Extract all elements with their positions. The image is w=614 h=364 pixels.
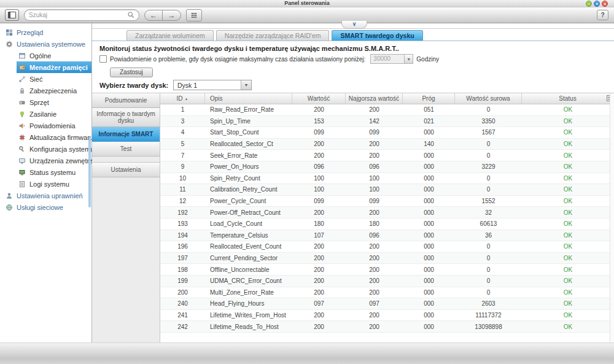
notify-checkbox[interactable] — [99, 55, 107, 63]
subtab-informacje-o-twardym-dysku[interactable]: Informacje o twardym dysku — [92, 108, 160, 127]
sidebar-item-konfiguracja-systemu[interactable]: Konfiguracja systemu — [0, 143, 91, 155]
help-button[interactable]: ? — [597, 10, 608, 20]
sidebar-item-uslugi-sieciowe[interactable]: Usługi sieciowe — [0, 201, 91, 213]
cell-status: OK — [522, 289, 614, 296]
table-row[interactable]: 3Spin_Up_Time1531420213350OK — [160, 116, 614, 128]
table-row[interactable]: 5Reallocated_Sector_Ct2002001400OK — [160, 139, 614, 150]
sidebar-item-menadzer-pamieci[interactable]: Menadżer pamięci — [17, 61, 91, 73]
cell-id: 12 — [160, 198, 205, 204]
forward-button[interactable]: → — [163, 10, 181, 21]
table-row[interactable]: 193Load_Cycle_Count18018000060613OK — [160, 219, 614, 230]
tab-smart-twardego-dysku[interactable]: SMART twardego dysku — [332, 30, 422, 41]
sidebar-item-powiadomienia[interactable]: Powiadomienia — [0, 120, 91, 131]
cell-status: OK — [522, 198, 614, 204]
tab-zarzadzanie-woluminem[interactable]: Zarządzanie woluminem — [126, 30, 214, 41]
disk-select[interactable]: Dysk 1 ▼ — [173, 80, 252, 90]
cell-id: 199 — [160, 277, 205, 284]
apply-button[interactable]: Zastosuj — [110, 68, 153, 77]
table-row[interactable]: 198Offline_Uncorrectable2002000000OK — [160, 264, 614, 276]
tab-narzedzie-raid[interactable]: Narzędzie zarządzające RAID'em — [216, 30, 330, 41]
maximize-button[interactable]: + — [594, 1, 600, 7]
table-row[interactable]: 242Lifetime_Reads_To_Host200200000130988… — [160, 321, 614, 333]
hours-input[interactable]: 30000 ▼ — [370, 54, 413, 64]
smart-lower-area: PodsumowanieInformacje o twardym dyskuIn… — [92, 93, 614, 343]
cell-najgorsza-wartosc: 100 — [346, 175, 403, 182]
table-row[interactable]: 241Lifetime_Writes_From_Host200200000111… — [160, 310, 614, 322]
sidebar-toggle-button[interactable] — [5, 9, 19, 21]
column-header-opis[interactable]: Opis — [205, 93, 292, 104]
table-row[interactable]: 196Reallocated_Event_Count2002000000OK — [160, 241, 614, 253]
sidebar-item-aktualizacja-firmwaru[interactable]: Aktualizacja firmwaru — [0, 131, 91, 143]
cell-status: OK — [522, 277, 614, 284]
logs-icon — [18, 180, 26, 188]
cell-id: 10 — [160, 175, 205, 182]
sidebar-item-ustawienia-systemowe[interactable]: Ustawienia systemowe — [0, 38, 91, 50]
subtab-ustawienia[interactable]: Ustawienia — [92, 162, 160, 177]
table-row[interactable]: 4Start_Stop_Count0990990001567OK — [160, 127, 614, 139]
table-row[interactable]: 199UDMA_CRC_Error_Count2002000000OK — [160, 276, 614, 287]
cell-najgorsza-wartosc: 096 — [346, 163, 403, 170]
table-row[interactable]: 194Temperature_Celsius10709600036OK — [160, 230, 614, 242]
cell-opis: Raw_Read_Error_Rate — [205, 106, 292, 113]
cell-wartosc-surowa: 0 — [455, 175, 522, 182]
general-icon — [18, 52, 26, 60]
table-row[interactable]: 1Raw_Read_Error_Rate2002000510OK — [160, 104, 614, 116]
cell-wartosc-surowa: 0 — [455, 186, 522, 193]
sidebar-item-label: Ogólne — [29, 52, 51, 60]
table-row[interactable]: 10Spin_Retry_Count1001000000OK — [160, 173, 614, 185]
table-body: 1Raw_Read_Error_Rate2002000510OK3Spin_Up… — [160, 104, 614, 343]
sidebar-item-label: Usługi sieciowe — [17, 204, 63, 211]
table-row[interactable]: 197Current_Pending_Sector2002000000OK — [160, 253, 614, 265]
sidebar-item-siec[interactable]: Sieć — [0, 73, 91, 85]
content-panel: ∨ Zarządzanie woluminemNarzędzie zarządz… — [92, 23, 614, 343]
cell-wartosc: 099 — [292, 129, 346, 136]
sidebar-item-urzadzenia-zewnetrzne[interactable]: Urządzenia zewnętrzne — [0, 155, 91, 166]
column-header-wartosc[interactable]: Wartość — [292, 93, 346, 104]
column-header-id[interactable]: ID▲ — [160, 93, 205, 104]
collapse-panel-button[interactable]: ∨ — [341, 21, 367, 29]
sidebar-item-label: Powiadomienia — [29, 122, 76, 130]
cell-wartosc-surowa: 0 — [455, 289, 522, 296]
cell-opis: Spin_Retry_Count — [205, 175, 292, 182]
table-row[interactable]: 192Power-Off_Retract_Count20020000032OK — [160, 207, 614, 219]
minimize-button[interactable]: − — [586, 1, 592, 7]
subtab-podsumowanie[interactable]: Podsumowanie — [92, 93, 160, 108]
sidebar-item-sprzet[interactable]: Sprzęt — [0, 96, 91, 108]
cell-wartosc: 200 — [292, 312, 346, 319]
table-row[interactable]: 200Multi_Zone_Error_Rate2002000000OK — [160, 287, 614, 299]
column-header-prog[interactable]: Próg — [403, 93, 455, 104]
cell-prog: 000 — [403, 312, 455, 319]
sidebar-item-przeglad[interactable]: Przegląd — [0, 26, 91, 38]
subtab-test[interactable]: Test — [92, 142, 160, 157]
table-row[interactable]: 9Power_On_Hours0960960003229OK — [160, 161, 614, 173]
sidebar-item-ustawienia-uprawnien[interactable]: Ustawienia uprawnień — [0, 190, 91, 201]
column-header-najgorsza-wartosc[interactable]: Najgorsza wartość — [346, 93, 403, 104]
cell-status: OK — [522, 209, 614, 216]
sidebar-item-ogolne[interactable]: Ogólne — [0, 50, 91, 61]
sidebar-item-status-systemu[interactable]: Status systemu — [0, 166, 91, 178]
table-row[interactable]: 240Head_Flying_Hours0970970002603OK — [160, 298, 614, 310]
column-header-label: ID — [177, 95, 183, 102]
sidebar-item-zabezpieczenia[interactable]: Zabezpieczenia — [0, 85, 91, 96]
table-row[interactable]: 11Calibration_Retry_Count1001000000OK — [160, 184, 614, 196]
subtab-informacje-smart[interactable]: Informacje SMART — [92, 127, 160, 142]
table-scrollbar[interactable] — [610, 93, 614, 343]
back-button[interactable]: ← — [144, 10, 163, 21]
sidebar-scrollbar[interactable] — [88, 137, 91, 207]
app-menu-button[interactable] — [186, 9, 202, 21]
cell-wartosc: 096 — [292, 163, 346, 170]
sidebar-item-logi-systemu[interactable]: Logi systemu — [0, 178, 91, 190]
sidebar-item-label: Status systemu — [29, 169, 76, 176]
cell-prog: 000 — [403, 289, 455, 296]
search-input[interactable]: Szukaj — [24, 9, 139, 21]
column-header-wartosc-surowa[interactable]: Wartość surowa — [455, 93, 522, 104]
cell-prog: 000 — [403, 300, 455, 307]
column-header-status[interactable]: Status — [522, 93, 614, 104]
close-button[interactable]: × — [602, 1, 608, 7]
table-row[interactable]: 12Power_Cycle_Count0990990001552OK — [160, 196, 614, 207]
cell-wartosc: 200 — [292, 289, 346, 296]
sidebar-item-zasilanie[interactable]: Zasilanie — [0, 108, 91, 120]
cell-wartosc-surowa: 11117372 — [455, 312, 522, 319]
power-icon — [18, 110, 26, 118]
table-row[interactable]: 7Seek_Error_Rate2002000000OK — [160, 150, 614, 161]
